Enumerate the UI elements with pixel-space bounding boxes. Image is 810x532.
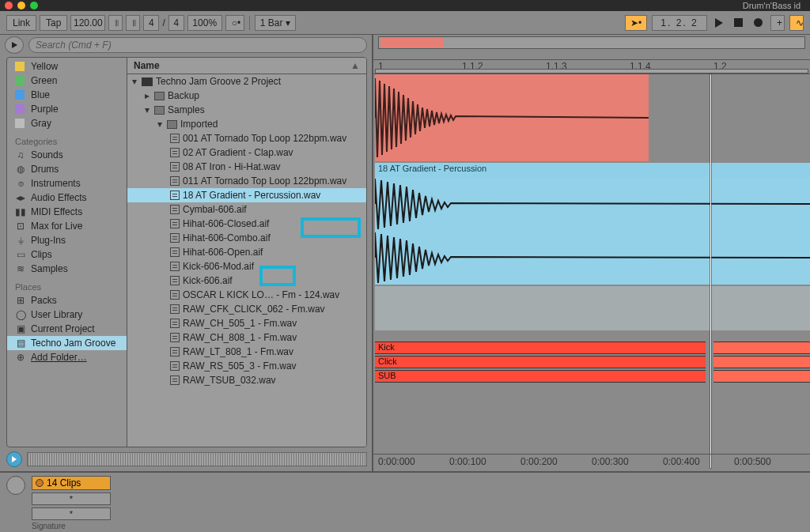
- tree-file[interactable]: 011 AT Tornado Top Loop 122bpm.wav: [127, 174, 366, 188]
- tree-file[interactable]: Kick-606.aif: [127, 274, 366, 288]
- tree-file[interactable]: Hihat-606-Combo.aif: [127, 231, 366, 245]
- beat-ruler[interactable]: 1 1.1.2 1.1.3 1.1.4 1.2: [373, 60, 810, 74]
- color-swatch: [15, 104, 25, 114]
- tree-file[interactable]: RAW_TSUB_032.wav: [127, 373, 366, 387]
- tree-file[interactable]: 02 AT Gradient - Clap.wav: [127, 145, 366, 160]
- tree-file[interactable]: RAW_LT_808_1 - Fm.wav: [127, 345, 366, 359]
- tree-file[interactable]: Kick-606-Mod.aif: [127, 259, 366, 274]
- record-button[interactable]: [751, 18, 766, 27]
- timesig-num[interactable]: 4: [143, 15, 159, 31]
- category-drums[interactable]: ◍Drums: [7, 162, 127, 176]
- color-filter-purple[interactable]: Purple: [7, 102, 127, 116]
- search-input[interactable]: Search (Cmd + F): [28, 37, 367, 53]
- midi-clip-continuation[interactable]: [713, 341, 810, 354]
- file-icon: [170, 205, 180, 214]
- category-max-for-live[interactable]: ⊡Max for Live: [7, 219, 127, 233]
- clip-field-2[interactable]: *: [32, 507, 111, 520]
- overdub-toggle[interactable]: +: [770, 15, 785, 31]
- follow-toggle[interactable]: ➤•: [625, 15, 647, 31]
- tree-folder[interactable]: ▾Samples: [127, 103, 366, 117]
- stop-button[interactable]: [731, 18, 746, 27]
- clip-header[interactable]: 18 AT Gradient - Percussion: [375, 163, 810, 177]
- category-instruments[interactable]: ⌾Instruments: [7, 176, 127, 191]
- file-icon: [170, 134, 180, 143]
- category-midi-effects[interactable]: ▮▮MIDI Effects: [7, 205, 127, 219]
- playhead[interactable]: [710, 74, 711, 468]
- file-list: Name▲ ▾ Techno Jam Groove 2 Project ▸Bac…: [127, 58, 366, 447]
- place-current-project[interactable]: ▣Current Project: [7, 322, 127, 336]
- file-list-header[interactable]: Name▲: [127, 58, 366, 74]
- tree-folder[interactable]: ▸Backup: [127, 89, 366, 103]
- clip-color-dot: [36, 479, 44, 487]
- tree-file[interactable]: 18 AT Gradient - Percussion.wav: [127, 188, 366, 202]
- preview-play-button[interactable]: [6, 451, 22, 467]
- color-filter-green[interactable]: Green: [7, 74, 127, 88]
- tree-file[interactable]: RAW_RS_505_3 - Fm.wav: [127, 359, 366, 373]
- category-audio-effects[interactable]: ◂▸Audio Effects: [7, 191, 127, 205]
- place-add-folder-[interactable]: ⊕Add Folder…: [7, 350, 127, 364]
- tree-file[interactable]: RAW_CH_808_1 - Fm.wav: [127, 330, 366, 345]
- midi-clip-kick[interactable]: Kick: [375, 341, 706, 354]
- quantize-menu[interactable]: 1 Bar ▾: [255, 15, 296, 31]
- tree-file[interactable]: Hihat-606-Closed.aif: [127, 217, 366, 231]
- place-techno-jam-groove[interactable]: ▤Techno Jam Groove: [7, 336, 127, 350]
- time-ruler[interactable]: 0:00:000 0:00:100 0:00:200 0:00:300 0:00…: [373, 454, 810, 468]
- tree-file[interactable]: RAW_CFK_CLICK_062 - Fm.wav: [127, 302, 366, 316]
- tree-folder[interactable]: ▾Imported: [127, 117, 366, 131]
- category-clips[interactable]: ▭Clips: [7, 247, 127, 262]
- category-samples[interactable]: ≋Samples: [7, 262, 127, 276]
- color-filter-blue[interactable]: Blue: [7, 88, 127, 102]
- metronome-toggle[interactable]: ○•: [225, 15, 244, 31]
- color-swatch: [15, 76, 25, 85]
- arrangement-overview[interactable]: [373, 35, 810, 60]
- preview-waveform[interactable]: [27, 452, 367, 466]
- traffic-zoom[interactable]: [30, 2, 38, 9]
- folder-icon: [154, 92, 165, 100]
- audio-clip[interactable]: [375, 177, 810, 285]
- browser-panel: Search (Cmd + F) YellowGreenBluePurpleGr…: [0, 35, 372, 471]
- audio-clip[interactable]: [375, 74, 649, 161]
- metronome-nudge-down[interactable]: ⫴: [108, 15, 123, 31]
- tree-file[interactable]: OSCAR L KICK LO… - Fm - 124.wav: [127, 288, 366, 302]
- clip-title[interactable]: 14 Clips: [32, 476, 111, 490]
- color-filter-gray[interactable]: Gray: [7, 116, 127, 130]
- midi-clip-sub[interactable]: SUB: [375, 370, 706, 383]
- metronome-nudge-up[interactable]: ⫴: [126, 15, 140, 31]
- category-plug-ins[interactable]: ⏚Plug-Ins: [7, 233, 127, 247]
- place-user-library[interactable]: ◯User Library: [7, 308, 127, 322]
- midi-clip-click[interactable]: Click: [375, 356, 706, 368]
- traffic-minimize[interactable]: [17, 2, 25, 9]
- color-filter-yellow[interactable]: Yellow: [7, 59, 127, 74]
- category-sounds[interactable]: ♫Sounds: [7, 148, 127, 162]
- play-button[interactable]: [712, 18, 726, 28]
- detail-collapse-icon[interactable]: [6, 476, 25, 495]
- tree-file[interactable]: 001 AT Tornado Top Loop 122bpm.wav: [127, 131, 366, 145]
- midi-clip-continuation[interactable]: [713, 356, 810, 368]
- zoom-field[interactable]: 100%: [187, 15, 222, 31]
- tap-button[interactable]: Tap: [40, 15, 67, 31]
- automation-arm[interactable]: ∿: [789, 15, 804, 31]
- browser-play-icon[interactable]: [5, 36, 24, 54]
- file-icon: [170, 276, 180, 285]
- arrangement-view[interactable]: 1 1.1.2 1.1.3 1.1.4 1.2 18 AT Gradient -…: [372, 35, 810, 471]
- tree-file[interactable]: RAW_CH_505_1 - Fm.wav: [127, 316, 366, 330]
- tree-file[interactable]: 08 AT Iron - Hi-Hat.wav: [127, 160, 366, 174]
- tracks-area[interactable]: 18 AT Gradient - Percussion KickClickSUB…: [373, 74, 810, 468]
- audio-clip[interactable]: [375, 286, 810, 330]
- tree-file[interactable]: Cymbal-606.aif: [127, 202, 366, 217]
- file-icon: [170, 191, 180, 200]
- clip-field-1[interactable]: *: [32, 492, 111, 505]
- tree-project-root[interactable]: ▾ Techno Jam Groove 2 Project: [127, 74, 366, 89]
- place-icon: ⊞: [15, 296, 26, 305]
- link-button[interactable]: Link: [6, 15, 36, 31]
- tempo-field[interactable]: 120.00: [70, 15, 105, 31]
- traffic-close[interactable]: [5, 2, 13, 9]
- category-icon: ◍: [15, 164, 26, 174]
- midi-clip-continuation[interactable]: [713, 370, 810, 383]
- file-icon: [170, 375, 180, 385]
- timesig-den[interactable]: 4: [168, 15, 184, 31]
- loop-brace[interactable]: [375, 69, 808, 74]
- tree-file[interactable]: Hihat-606-Open.aif: [127, 245, 366, 259]
- song-position[interactable]: 1. 2. 2: [652, 15, 707, 31]
- place-packs[interactable]: ⊞Packs: [7, 293, 127, 308]
